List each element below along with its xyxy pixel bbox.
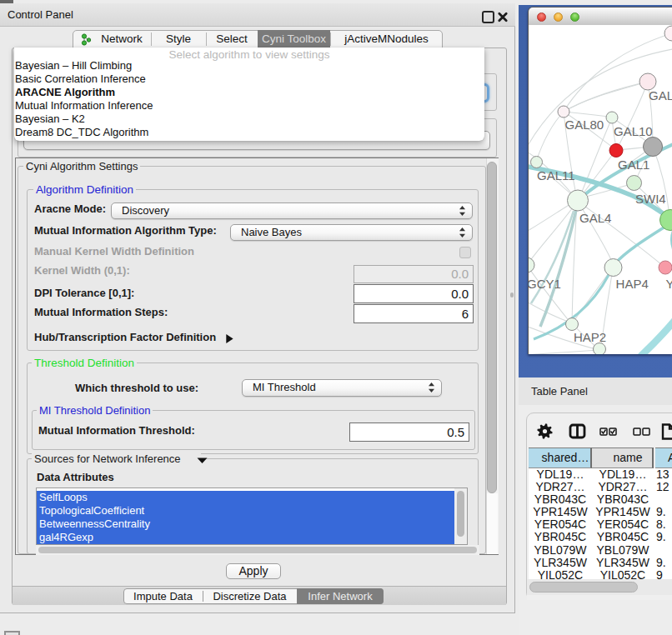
svg-text:GAL4: GAL4 [579,211,611,225]
svg-text:GAL7: GAL7 [649,88,672,102]
svg-text:GAL1: GAL1 [618,158,649,172]
svg-text:GCY1: GCY1 [529,277,561,291]
svg-text:GAL10: GAL10 [614,124,653,138]
svg-text:Y: Y [665,277,672,291]
svg-text:SWI4: SWI4 [635,192,666,206]
svg-text:GAL80: GAL80 [565,118,604,132]
svg-text:HAP4: HAP4 [616,277,649,291]
svg-text:GAL11: GAL11 [537,168,575,182]
svg-text:HAP2: HAP2 [574,330,606,344]
